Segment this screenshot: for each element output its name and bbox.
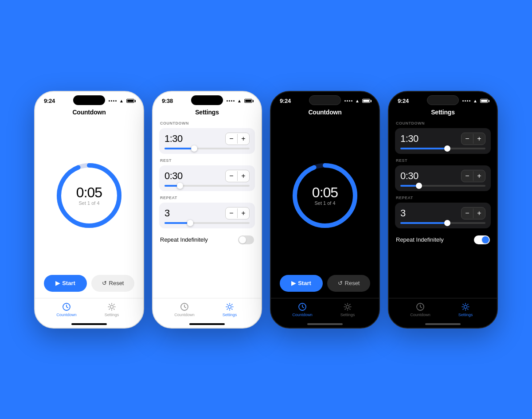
battery-icon-4 <box>480 99 488 103</box>
status-time-3: 9:24 <box>280 98 291 104</box>
section-label-countdown-4: COUNTDOWN <box>395 121 491 125</box>
rest-plus-2[interactable]: + <box>238 170 249 182</box>
repeat-toggle-2[interactable] <box>238 235 254 244</box>
rest-stepper-4: − + <box>461 170 485 182</box>
repeat-minus-4[interactable]: − <box>462 208 473 219</box>
repeat-slider-thumb-2 <box>187 220 193 226</box>
tab-countdown-4[interactable]: Countdown <box>405 302 436 317</box>
settings-section-countdown-2: COUNTDOWN 1:30 − + <box>159 121 255 154</box>
signal-dots-1 <box>109 100 117 102</box>
status-time-2: 9:38 <box>162 98 173 104</box>
start-button-1[interactable]: ▶ Start <box>44 275 87 292</box>
settings-icon-tab-4 <box>461 302 470 312</box>
repeat-indefinitely-label-2: Repeat Indefinitely <box>160 236 208 243</box>
status-bar-4: 9:24 ▲ <box>389 92 497 108</box>
tab-settings-2[interactable]: Settings <box>214 302 245 317</box>
signal-dots-3 <box>344 100 352 102</box>
repeat-toggle-4[interactable] <box>474 235 490 244</box>
countdown-icon-tab-3 <box>297 302 307 312</box>
battery-icon-1 <box>126 99 134 103</box>
rest-slider-4[interactable] <box>400 185 485 187</box>
tab-settings-1[interactable]: Settings <box>96 302 127 317</box>
reset-label-3: Reset <box>345 280 360 286</box>
countdown-slider-4[interactable] <box>400 148 485 149</box>
status-icons-2: ▲ <box>227 98 252 103</box>
value-row-rest-2: 0:30 − + <box>164 170 250 182</box>
repeat-plus-2[interactable]: + <box>238 208 249 219</box>
timer-circle-1: 0:05 Set 1 of 4 <box>54 160 125 231</box>
timer-center-3: 0:05 Set 1 of 4 <box>312 185 338 206</box>
signal-dots-4 <box>462 100 470 102</box>
svg-point-5 <box>228 305 231 308</box>
settings-screen-2: COUNTDOWN 1:30 − + <box>153 119 261 298</box>
wifi-icon-1: ▲ <box>119 98 124 103</box>
countdown-screen-3: 0:05 Set 1 of 4 <box>271 119 379 275</box>
rest-slider-2[interactable] <box>164 185 250 187</box>
phone-2-light-settings: 9:38 ▲ Settings COUNTDOWN <box>152 91 262 329</box>
settings-section-rest-4: REST 0:30 − + <box>395 158 491 191</box>
timer-center-1: 0:05 Set 1 of 4 <box>76 185 102 206</box>
settings-icon-1 <box>107 302 117 312</box>
tab-label-countdown-1: Countdown <box>56 313 77 317</box>
timer-set-3: Set 1 of 4 <box>312 200 338 206</box>
countdown-icon-1 <box>62 302 71 312</box>
value-row-countdown-2: 1:30 − + <box>164 133 250 145</box>
repeat-slider-2[interactable] <box>164 222 250 224</box>
home-indicator-1 <box>35 322 143 328</box>
settings-section-countdown-4: COUNTDOWN 1:30 − + <box>395 121 491 154</box>
tab-bar-2: Countdown Settings <box>153 298 261 322</box>
settings-card-countdown-2: 1:30 − + <box>159 128 255 154</box>
start-label-1: Start <box>62 280 75 286</box>
tab-label-countdown-3: Countdown <box>292 313 313 317</box>
start-button-3[interactable]: ▶ Start <box>280 275 323 292</box>
dynamic-island-3 <box>309 95 341 105</box>
repeat-indefinitely-label-4: Repeat Indefinitely <box>396 236 444 243</box>
countdown-slider-2[interactable] <box>164 148 250 149</box>
status-time-1: 9:24 <box>44 98 55 104</box>
repeat-value-2: 3 <box>164 208 170 219</box>
home-bar-3 <box>307 323 343 325</box>
countdown-stepper-4: − + <box>461 133 485 145</box>
tab-countdown-2[interactable]: Countdown <box>169 302 200 317</box>
reset-button-1[interactable]: ↺ Reset <box>91 275 134 292</box>
countdown-slider-thumb-2 <box>191 145 197 152</box>
settings-card-countdown-4: 1:30 − + <box>395 128 491 154</box>
timer-display-1: 0:05 <box>76 185 102 200</box>
tab-label-settings-1: Settings <box>105 313 119 317</box>
countdown-minus-4[interactable]: − <box>462 133 473 145</box>
settings-screen-4: COUNTDOWN 1:30 − + <box>389 119 497 298</box>
tab-label-settings-2: Settings <box>223 313 237 317</box>
rest-slider-thumb-2 <box>177 183 183 189</box>
rest-plus-4[interactable]: + <box>473 170 485 182</box>
countdown-slider-fill-4 <box>400 148 447 149</box>
countdown-value-2: 1:30 <box>164 133 183 145</box>
toggle-knob-2 <box>239 236 246 243</box>
signal-dots-2 <box>227 100 235 102</box>
tab-settings-3[interactable]: Settings <box>332 302 363 317</box>
status-icons-1: ▲ <box>109 98 134 103</box>
countdown-minus-2[interactable]: − <box>226 133 237 145</box>
repeat-plus-4[interactable]: + <box>473 208 485 219</box>
value-row-repeat-4: 3 − + <box>400 207 485 219</box>
countdown-slider-thumb-4 <box>444 145 450 152</box>
settings-icon-tab-3 <box>343 302 352 312</box>
section-label-repeat-2: REPEAT <box>159 196 255 200</box>
repeat-slider-4[interactable] <box>400 222 485 224</box>
countdown-plus-2[interactable]: + <box>238 133 249 145</box>
screen-title-1: Countdown <box>35 108 143 119</box>
svg-point-9 <box>346 305 349 308</box>
start-label-3: Start <box>298 280 311 286</box>
settings-card-repeat-4: 3 − + <box>395 203 491 228</box>
reset-button-3[interactable]: ↺ Reset <box>327 275 370 292</box>
rest-minus-4[interactable]: − <box>462 170 473 182</box>
countdown-plus-4[interactable]: + <box>473 133 485 145</box>
tab-bar-4: Countdown Settings <box>389 298 497 322</box>
rest-minus-2[interactable]: − <box>226 170 237 182</box>
tab-countdown-3[interactable]: Countdown <box>287 302 318 317</box>
play-icon-1: ▶ <box>55 280 60 286</box>
tab-countdown-1[interactable]: Countdown <box>51 302 82 317</box>
repeat-minus-2[interactable]: − <box>226 208 237 219</box>
home-bar-2 <box>189 323 225 325</box>
dynamic-island-2 <box>191 95 223 105</box>
tab-settings-4[interactable]: Settings <box>450 302 481 317</box>
